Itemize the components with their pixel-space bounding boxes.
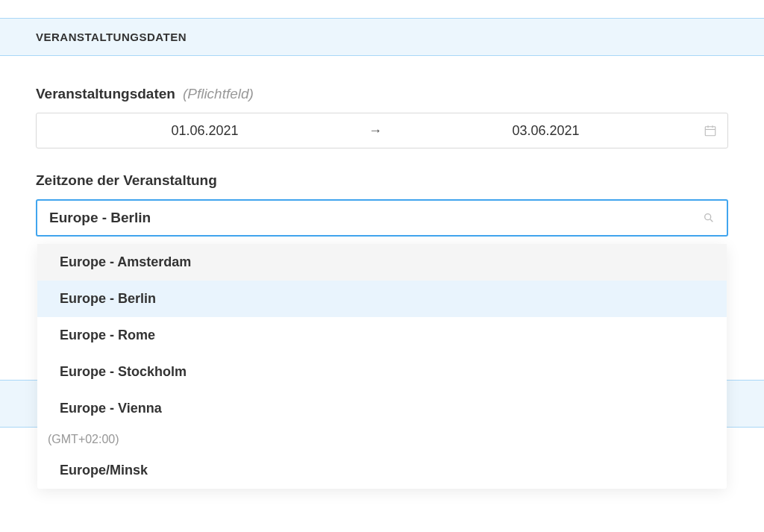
arrow-right-icon: → — [363, 123, 388, 139]
dropdown-option[interactable]: Europe/Minsk — [37, 452, 727, 489]
timezone-dropdown: Europe - Amsterdam Europe - Berlin Europ… — [37, 244, 727, 489]
end-date-input[interactable]: 03.06.2021 — [388, 116, 704, 146]
search-icon — [703, 212, 715, 224]
form-content: Veranstaltungsdaten (Pflichtfeld) 01.06.… — [0, 56, 764, 237]
svg-line-5 — [710, 219, 713, 222]
timezone-selected-value: Europe - Berlin — [49, 210, 151, 226]
section-header: VERANSTALTUNGSDATEN — [0, 18, 764, 56]
timezone-label: Zeitzone der Veranstaltung — [36, 172, 728, 189]
dropdown-option[interactable]: Europe - Berlin — [37, 281, 727, 317]
dropdown-group-label: (GMT+02:00) — [37, 427, 727, 452]
dates-hint: (Pflichtfeld) — [183, 86, 254, 102]
dropdown-option[interactable]: Europe - Vienna — [37, 390, 727, 427]
start-date-input[interactable]: 01.06.2021 — [47, 116, 363, 146]
svg-rect-0 — [705, 127, 716, 136]
section-title: VERANSTALTUNGSDATEN — [36, 31, 728, 43]
timezone-select[interactable]: Europe - Berlin — [36, 199, 728, 237]
dates-label-row: Veranstaltungsdaten (Pflichtfeld) — [36, 86, 728, 102]
dropdown-option[interactable]: Europe - Amsterdam — [37, 244, 727, 281]
timezone-select-wrap: Europe - Berlin Europe - Amsterdam Europ… — [36, 199, 728, 237]
svg-point-4 — [705, 214, 711, 220]
dates-label: Veranstaltungsdaten — [36, 86, 175, 102]
dropdown-option[interactable]: Europe - Rome — [37, 317, 727, 354]
calendar-icon[interactable] — [704, 124, 717, 137]
date-range-picker[interactable]: 01.06.2021 → 03.06.2021 — [36, 113, 728, 148]
dropdown-option[interactable]: Europe - Stockholm — [37, 354, 727, 390]
